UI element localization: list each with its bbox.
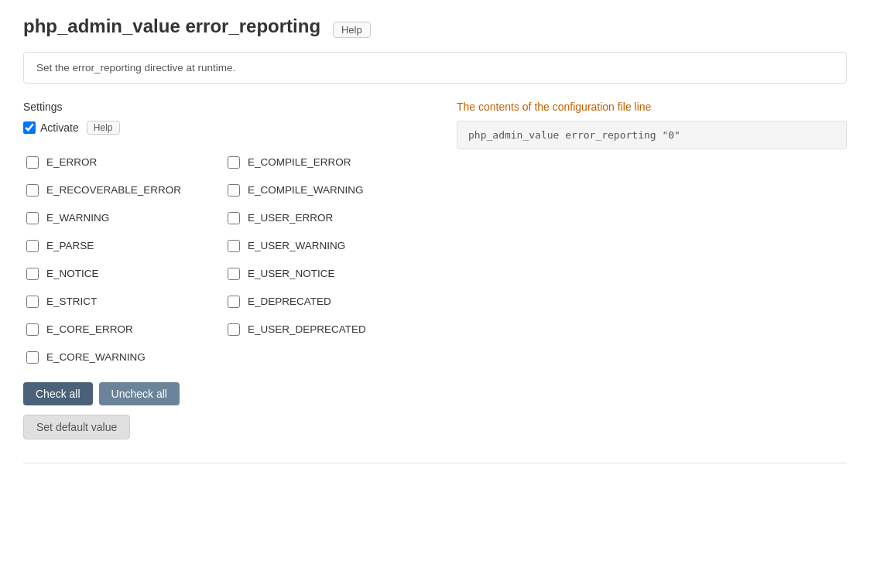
description-text: Set the error_reporting directive at run… <box>36 62 235 74</box>
activate-label-wrapper[interactable]: Activate <box>23 121 79 134</box>
set-default-button[interactable]: Set default value <box>23 415 130 439</box>
list-item: E_CORE_WARNING <box>23 344 224 371</box>
list-item: E_USER_WARNING <box>224 232 426 260</box>
label-e-user-error[interactable]: E_USER_ERROR <box>248 212 333 224</box>
checkbox-e-deprecated[interactable] <box>228 296 240 308</box>
list-item: E_COMPILE_ERROR <box>224 149 426 176</box>
checkbox-e-user-notice[interactable] <box>228 268 240 280</box>
checkbox-e-core-warning[interactable] <box>26 351 39 364</box>
list-item: E_PARSE <box>23 232 224 260</box>
label-e-notice[interactable]: E_NOTICE <box>46 268 99 279</box>
set-default-wrapper: Set default value <box>23 405 426 439</box>
checkbox-e-strict[interactable] <box>26 296 39 308</box>
list-item: E_WARNING <box>23 204 224 232</box>
checkbox-e-user-warning[interactable] <box>228 240 240 252</box>
checkbox-e-parse[interactable] <box>26 240 39 252</box>
checkbox-e-core-error[interactable] <box>26 323 39 336</box>
page-header: php_admin_value error_reporting Help <box>23 15 847 38</box>
page-title: php_admin_value error_reporting <box>23 15 320 36</box>
list-item: E_RECOVERABLE_ERROR <box>23 176 224 204</box>
bottom-divider <box>23 463 847 463</box>
activate-checkbox[interactable] <box>23 121 36 134</box>
list-item: E_DEPRECATED <box>224 288 426 316</box>
checkbox-e-error[interactable] <box>26 156 39 169</box>
label-e-user-deprecated[interactable]: E_USER_DEPRECATED <box>248 323 366 335</box>
main-content: Settings Activate Help E_ERROR E_COMPILE… <box>23 101 847 439</box>
config-label: The contents of the configuration file l… <box>457 101 847 113</box>
checkbox-e-recoverable-error[interactable] <box>26 184 39 197</box>
checkbox-e-compile-warning[interactable] <box>228 184 240 197</box>
label-e-recoverable-error[interactable]: E_RECOVERABLE_ERROR <box>46 184 181 196</box>
list-item: E_NOTICE <box>23 260 224 288</box>
activate-text: Activate <box>40 121 79 134</box>
label-e-deprecated[interactable]: E_DEPRECATED <box>248 296 331 307</box>
list-item: E_USER_NOTICE <box>224 260 426 288</box>
label-e-error[interactable]: E_ERROR <box>46 156 97 168</box>
label-e-core-error[interactable]: E_CORE_ERROR <box>46 323 133 335</box>
action-buttons-row: Check all Uncheck all <box>23 382 426 405</box>
label-e-warning[interactable]: E_WARNING <box>46 212 109 224</box>
list-item: E_STRICT <box>23 288 224 316</box>
list-item: E_USER_ERROR <box>224 204 426 232</box>
label-e-user-notice[interactable]: E_USER_NOTICE <box>248 268 335 279</box>
checkboxes-grid: E_ERROR E_COMPILE_ERROR E_RECOVERABLE_ER… <box>23 149 426 371</box>
checkbox-e-user-error[interactable] <box>228 212 240 224</box>
check-all-button[interactable]: Check all <box>23 382 93 405</box>
settings-label: Settings <box>23 101 426 113</box>
label-e-core-warning[interactable]: E_CORE_WARNING <box>46 351 146 363</box>
list-item: E_ERROR <box>23 149 224 176</box>
label-e-strict[interactable]: E_STRICT <box>46 296 97 307</box>
label-e-user-warning[interactable]: E_USER_WARNING <box>248 240 345 251</box>
description-box: Set the error_reporting directive at run… <box>23 52 847 84</box>
header-help-button[interactable]: Help <box>333 22 371 38</box>
label-e-compile-error[interactable]: E_COMPILE_ERROR <box>248 156 351 168</box>
list-item: E_COMPILE_WARNING <box>224 176 426 204</box>
left-panel: Settings Activate Help E_ERROR E_COMPILE… <box>23 101 426 439</box>
checkbox-e-warning[interactable] <box>26 212 39 224</box>
checkbox-e-user-deprecated[interactable] <box>228 323 240 336</box>
checkbox-e-notice[interactable] <box>26 268 39 280</box>
label-e-parse[interactable]: E_PARSE <box>46 240 94 251</box>
activate-row: Activate Help <box>23 121 426 135</box>
label-e-compile-warning[interactable]: E_COMPILE_WARNING <box>248 184 364 196</box>
list-item: E_USER_DEPRECATED <box>224 316 426 344</box>
uncheck-all-button[interactable]: Uncheck all <box>99 382 180 405</box>
checkbox-e-compile-error[interactable] <box>228 156 240 169</box>
config-value-box: php_admin_value error_reporting "0" <box>457 121 847 149</box>
activate-help-button[interactable]: Help <box>87 121 120 135</box>
right-panel: The contents of the configuration file l… <box>457 101 847 439</box>
list-item: E_CORE_ERROR <box>23 316 224 344</box>
